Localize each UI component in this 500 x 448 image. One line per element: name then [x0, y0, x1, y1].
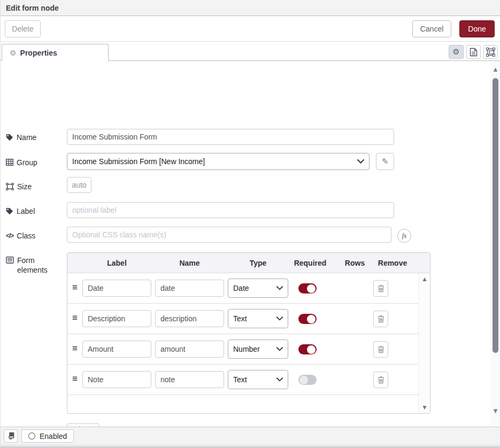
form-element-row: ≡ Text	[67, 304, 419, 334]
chevron-down-icon	[357, 159, 364, 164]
node-enabled-toggle[interactable]: Enabled	[21, 429, 74, 443]
element-label-input[interactable]	[82, 280, 151, 297]
bottom-edge	[1, 444, 500, 448]
group-select-value: Income Submission Form [New Income]	[72, 157, 205, 166]
list-icon	[6, 257, 14, 264]
tag-icon	[6, 207, 13, 215]
trash-icon	[378, 345, 384, 353]
toggle-knob	[307, 284, 316, 293]
element-label-input[interactable]	[82, 310, 151, 327]
pencil-icon: ✎	[382, 157, 389, 166]
label-label-row: Label	[6, 206, 64, 216]
form-elements-body: ≡ Date ≡ Text	[67, 273, 419, 413]
edit-group-button[interactable]: ✎	[376, 153, 394, 170]
group-label-row: Group	[6, 158, 64, 167]
size-auto-button[interactable]: auto	[67, 177, 91, 193]
element-label-input[interactable]	[82, 371, 151, 388]
delete-element-button[interactable]	[373, 311, 388, 327]
delete-element-button[interactable]	[373, 372, 388, 388]
table-grid-icon	[6, 159, 13, 166]
element-type-select[interactable]: Text	[228, 309, 288, 328]
group-label: Group	[17, 158, 37, 167]
required-toggle[interactable]	[298, 344, 317, 354]
form-elements-table: Label Name Type Required Rows Remove ≡ D…	[67, 252, 430, 414]
trash-icon	[378, 284, 384, 292]
node-help-button[interactable]	[4, 429, 18, 443]
frame-icon	[486, 48, 495, 57]
class-label-row: </> Class	[6, 231, 64, 241]
code-icon: </>	[6, 231, 13, 241]
tab-properties-label: Properties	[20, 49, 57, 57]
element-type-select[interactable]: Date	[228, 279, 288, 298]
trash-icon	[378, 315, 384, 323]
element-name-input[interactable]	[155, 371, 224, 388]
appearance-tab-button[interactable]	[483, 45, 498, 59]
label-field-label: Label	[17, 206, 35, 216]
properties-panel: Name Group Income Submission Form [New I…	[1, 61, 500, 427]
element-type-value: Text	[233, 314, 247, 323]
done-button[interactable]: Done	[459, 20, 495, 37]
name-input[interactable]	[67, 129, 394, 145]
cancel-button[interactable]: Cancel	[412, 20, 451, 37]
book-icon	[7, 432, 15, 440]
scroll-down-icon[interactable]: ▼	[490, 407, 500, 415]
column-header-rows: Rows	[340, 253, 370, 273]
required-toggle[interactable]	[298, 375, 317, 385]
delete-element-button[interactable]	[373, 341, 388, 358]
element-type-value: Text	[233, 375, 247, 384]
label-input[interactable]	[67, 202, 394, 218]
chevron-down-icon	[276, 286, 283, 290]
chevron-down-icon	[276, 347, 283, 351]
dialog-header: Edit form node	[1, 0, 500, 16]
drag-handle-icon[interactable]: ≡	[72, 374, 78, 384]
column-header-required: Required	[292, 253, 328, 273]
name-label: Name	[17, 133, 36, 142]
form-element-row: ≡ Text	[67, 365, 419, 395]
element-type-select[interactable]: Text	[228, 370, 288, 389]
tag-icon	[6, 134, 13, 141]
class-input[interactable]	[67, 227, 391, 243]
size-label-row: Size	[6, 182, 64, 191]
description-tab-button[interactable]	[466, 45, 481, 59]
column-header-remove: Remove	[375, 253, 410, 273]
delete-element-button[interactable]	[373, 280, 388, 297]
class-label: Class	[17, 231, 35, 241]
scrollbar-thumb[interactable]	[493, 78, 498, 353]
column-header-label: Label	[82, 253, 151, 273]
enabled-label: Enabled	[40, 432, 67, 441]
scroll-up-icon[interactable]: ▲	[419, 275, 430, 283]
dialog-toolbar: Delete Cancel Done	[1, 16, 500, 42]
delete-button[interactable]: Delete	[5, 20, 41, 37]
drag-handle-icon[interactable]: ≡	[72, 282, 78, 293]
drag-handle-icon[interactable]: ≡	[72, 343, 78, 354]
properties-tab-button[interactable]: ⚙	[449, 45, 464, 59]
table-scrollbar[interactable]: ▲ ▼	[418, 273, 430, 413]
column-header-type: Type	[228, 253, 288, 273]
dialog-title: Edit form node	[6, 4, 59, 12]
element-name-input[interactable]	[155, 280, 224, 297]
element-label-input[interactable]	[82, 341, 151, 358]
toggle-knob	[299, 376, 308, 384]
gear-icon: ⚙	[452, 47, 459, 57]
fx-expression-button[interactable]: fx	[397, 229, 411, 243]
gear-icon: ⚙	[10, 49, 17, 57]
main-scrollbar[interactable]: ▲ ▼	[490, 61, 500, 427]
scroll-up-icon[interactable]: ▲	[490, 65, 500, 73]
required-toggle[interactable]	[298, 314, 317, 324]
form-element-row: ≡ Number	[67, 334, 419, 365]
group-select[interactable]: Income Submission Form [New Income]	[67, 153, 370, 170]
element-type-value: Number	[233, 345, 260, 353]
required-toggle[interactable]	[298, 283, 317, 293]
element-name-input[interactable]	[155, 341, 224, 358]
tab-bar: ⚙ Properties ⚙	[1, 42, 500, 61]
drag-handle-icon[interactable]: ≡	[72, 313, 78, 323]
element-name-input[interactable]	[155, 310, 224, 327]
element-type-select[interactable]: Number	[228, 339, 288, 359]
document-icon	[470, 48, 478, 57]
form-elements-label: Form elements	[17, 256, 50, 275]
size-frame-icon	[6, 183, 14, 190]
column-header-name: Name	[155, 253, 224, 273]
tab-properties[interactable]: ⚙ Properties	[2, 44, 109, 61]
scroll-down-icon[interactable]: ▼	[419, 404, 430, 411]
dialog-footer: Enabled	[1, 427, 500, 444]
